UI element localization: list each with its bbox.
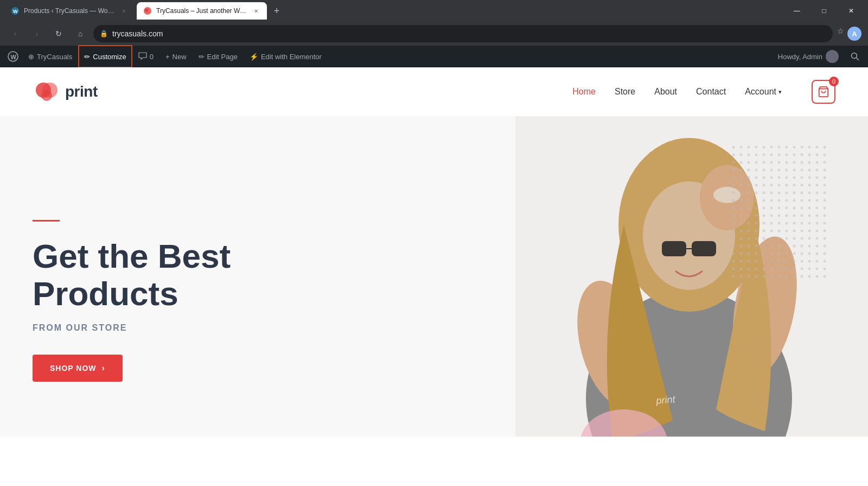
lock-icon: 🔒	[100, 30, 108, 37]
wp-new-label: New	[173, 53, 187, 61]
hero-title: Get the Best Products	[33, 238, 231, 312]
wp-howdy-button[interactable]: Howdy, Admin	[773, 46, 844, 67]
logo-icon	[33, 78, 60, 105]
site-nav: Home Store About Contact Account ▾ 0	[572, 80, 835, 104]
forward-button[interactable]: ›	[28, 25, 46, 42]
site-content: print Home Store About Contact Account ▾	[0, 67, 868, 437]
reload-button[interactable]: ↻	[50, 25, 67, 42]
hero-image-area: /* dots via JS below */	[434, 116, 868, 437]
elementor-icon: ⚡	[250, 53, 258, 61]
cart-count: 0	[829, 77, 839, 86]
nav-account[interactable]: Account ▾	[745, 87, 782, 97]
wp-customize-label: Customize	[93, 53, 126, 61]
new-icon: +	[165, 53, 170, 61]
close-button[interactable]: ✕	[839, 2, 864, 20]
shop-btn-label: SHOP NOW	[50, 364, 97, 373]
hero-line-decoration	[33, 220, 60, 222]
svg-point-3	[145, 9, 148, 12]
wp-site-name-label: TryCasuals	[37, 53, 72, 61]
browser-titlebar: W Products ‹ TryCasuals — WordPr… ✕ TryC…	[0, 0, 868, 22]
nav-account-label: Account	[745, 87, 776, 97]
wp-site-name[interactable]: ⊕ TryCasuals	[23, 46, 78, 67]
back-button[interactable]: ‹	[7, 25, 24, 42]
nav-about[interactable]: About	[654, 87, 677, 97]
svg-point-6	[852, 53, 857, 59]
hero-title-line1: Get the Best	[33, 237, 231, 275]
wp-admin-bar: W ⊕ TryCasuals ✏ Customize 0 + New	[0, 46, 868, 67]
maximize-button[interactable]: □	[812, 2, 837, 20]
wp-logo-button[interactable]: W	[4, 48, 22, 65]
wordpress-favicon-1: W	[11, 7, 20, 15]
svg-point-10	[41, 90, 52, 101]
hero-section: // dots rendered inline below Get the Be…	[0, 116, 868, 437]
site-header: print Home Store About Contact Account ▾	[0, 67, 868, 116]
tab-1-close[interactable]: ✕	[119, 7, 128, 15]
nav-contact[interactable]: Contact	[696, 87, 726, 97]
account-dropdown-icon: ▾	[778, 89, 782, 96]
new-tab-button[interactable]: +	[269, 3, 284, 18]
browser-addressbar: ‹ › ↻ ⌂ 🔒 trycasuals.com ☆ A	[0, 22, 868, 46]
hero-subtitle: FROM OUR STORE	[33, 323, 231, 333]
howdy-text: Howdy, Admin	[778, 53, 822, 61]
site-icon: ⊕	[28, 53, 34, 61]
address-text: trycasuals.com	[112, 29, 163, 38]
browser-toolbar-right: ☆ A	[837, 27, 861, 41]
browser-window: W Products ‹ TryCasuals — WordPr… ✕ TryC…	[0, 0, 868, 437]
tab-2-close[interactable]: ✕	[252, 7, 260, 15]
tab-1-title: Products ‹ TryCasuals — WordPr…	[24, 7, 115, 15]
shop-now-button[interactable]: SHOP NOW ›	[33, 355, 123, 382]
wp-elementor-button[interactable]: ⚡ Edit with Elementor	[244, 46, 327, 67]
svg-text:W: W	[11, 54, 17, 60]
shop-btn-arrow-icon: ›	[102, 363, 105, 373]
wp-elementor-label: Edit with Elementor	[261, 53, 322, 61]
wp-avatar	[826, 50, 839, 63]
site-favicon-2	[143, 7, 152, 15]
hero-content: Get the Best Products FROM OUR STORE SHO…	[0, 187, 263, 414]
hero-title-line2: Products	[33, 275, 178, 312]
svg-text:print: print	[655, 394, 676, 406]
nav-store[interactable]: Store	[615, 87, 635, 97]
dots-decoration: /* dots via JS below */	[722, 132, 841, 308]
comments-icon	[138, 52, 147, 61]
comments-count: 0	[150, 53, 154, 61]
logo-text: print	[65, 83, 98, 100]
nav-home[interactable]: Home	[572, 87, 596, 97]
profile-avatar[interactable]: A	[847, 27, 861, 41]
wp-edit-page-label: Edit Page	[207, 53, 238, 61]
site-logo[interactable]: print	[33, 78, 98, 105]
wp-search-button[interactable]	[846, 46, 864, 67]
svg-line-7	[857, 58, 859, 61]
wp-comments-button[interactable]: 0	[133, 46, 159, 67]
svg-rect-19	[662, 241, 686, 256]
bookmark-star-icon[interactable]: ☆	[837, 27, 844, 41]
cart-button[interactable]: 0	[812, 80, 835, 104]
customize-icon: ✏	[84, 53, 90, 61]
tab-2-title: TryCasuals – Just another WordP…	[156, 7, 247, 15]
browser-tab-1[interactable]: W Products ‹ TryCasuals — WordPr… ✕	[4, 2, 135, 20]
wp-edit-page-button[interactable]: ✏ Edit Page	[193, 46, 243, 67]
window-controls: — □ ✕	[784, 2, 864, 20]
home-nav-button[interactable]: ⌂	[72, 25, 89, 42]
svg-rect-20	[692, 241, 716, 256]
minimize-button[interactable]: —	[784, 2, 809, 20]
wp-customize-button[interactable]: ✏ Customize	[79, 46, 131, 67]
wp-admin-right: Howdy, Admin	[773, 46, 864, 67]
svg-text:W: W	[13, 9, 18, 14]
wp-new-button[interactable]: + New	[160, 46, 192, 67]
edit-page-icon: ✏	[199, 53, 205, 61]
address-bar[interactable]: 🔒 trycasuals.com	[93, 25, 833, 42]
browser-tab-2[interactable]: TryCasuals – Just another WordP… ✕	[137, 2, 267, 20]
